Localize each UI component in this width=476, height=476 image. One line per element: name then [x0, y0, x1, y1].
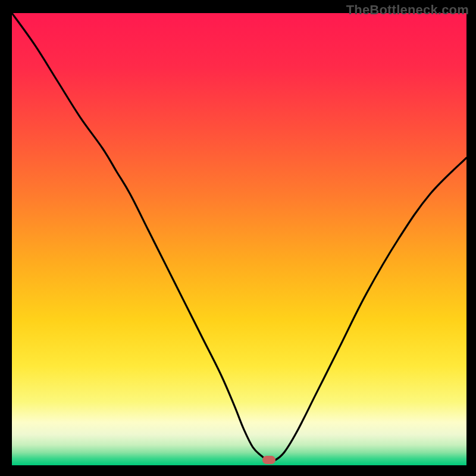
watermark-text: TheBottleneck.com	[346, 2, 469, 18]
chart-frame: TheBottleneck.com	[0, 0, 476, 476]
plot-area	[12, 13, 466, 465]
optimal-point-marker	[262, 456, 275, 464]
bottleneck-curve	[12, 13, 466, 465]
